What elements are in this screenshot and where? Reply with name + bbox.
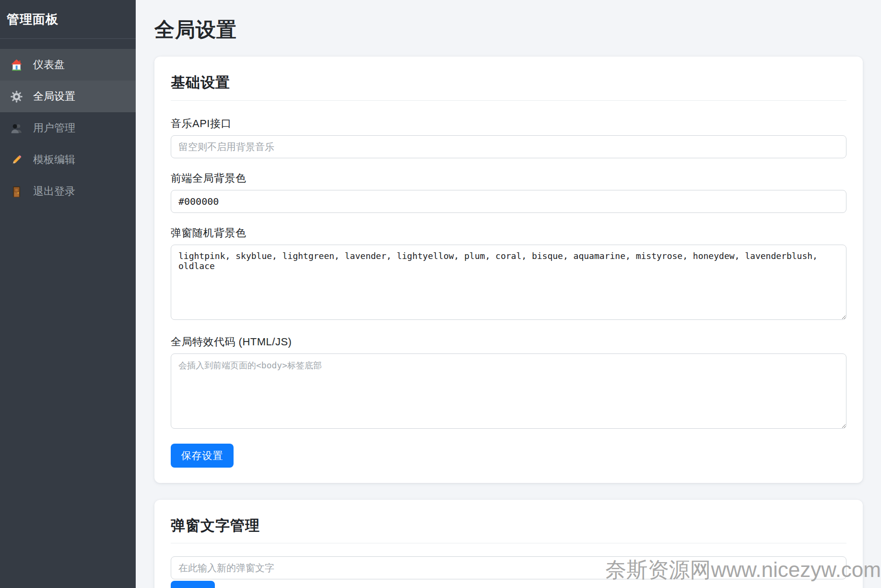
divider xyxy=(171,543,846,543)
users-icon xyxy=(10,122,23,135)
sidebar-item-label: 全局设置 xyxy=(33,89,75,104)
sidebar-item-label: 仪表盘 xyxy=(33,58,65,72)
save-row: 保存设置 xyxy=(171,444,846,468)
effects-code-textarea[interactable] xyxy=(171,353,846,429)
bg-color-group: 前端全局背景色 xyxy=(171,171,846,213)
sidebar-item-dashboard[interactable]: 仪表盘 xyxy=(0,49,136,81)
music-api-input[interactable] xyxy=(171,135,846,158)
music-api-group: 音乐API接口 xyxy=(171,117,846,158)
save-settings-button[interactable]: 保存设置 xyxy=(171,444,234,468)
sidebar-item-label: 用户管理 xyxy=(33,121,75,135)
app-title: 管理面板 xyxy=(7,11,59,28)
sidebar-item-global-settings[interactable]: 全局设置 xyxy=(0,81,136,112)
sidebar-header: 管理面板 xyxy=(0,0,136,39)
music-api-label: 音乐API接口 xyxy=(171,117,846,131)
sidebar-item-template-edit[interactable]: 模板编辑 xyxy=(0,144,136,176)
gear-icon xyxy=(10,90,23,103)
home-icon xyxy=(10,59,23,71)
effects-code-group: 全局特效代码 (HTML/JS) xyxy=(171,335,846,431)
basic-settings-title: 基础设置 xyxy=(171,73,846,93)
popup-colors-textarea[interactable]: lightpink, skyblue, lightgreen, lavender… xyxy=(171,245,846,320)
door-icon xyxy=(10,185,23,198)
add-button[interactable]: 添加 xyxy=(171,581,215,588)
sidebar-item-label: 模板编辑 xyxy=(33,153,75,167)
pencil-icon xyxy=(10,153,23,166)
main-content: 全局设置 基础设置 音乐API接口 前端全局背景色 弹窗随机背景色 lightp… xyxy=(136,0,881,588)
sidebar-item-label: 退出登录 xyxy=(33,184,75,199)
bg-color-label: 前端全局背景色 xyxy=(171,171,846,186)
sidebar-nav: 仪表盘 xyxy=(0,39,136,207)
page-title: 全局设置 xyxy=(154,16,863,43)
popup-colors-group: 弹窗随机背景色 lightpink, skyblue, lightgreen, … xyxy=(171,226,846,322)
basic-settings-card: 基础设置 音乐API接口 前端全局背景色 弹窗随机背景色 lightpink, … xyxy=(154,57,863,483)
popup-text-input[interactable] xyxy=(171,556,846,579)
popup-colors-label: 弹窗随机背景色 xyxy=(171,226,846,240)
popup-text-card: 弹窗文字管理 添加 xyxy=(154,500,863,588)
sidebar-item-logout[interactable]: 退出登录 xyxy=(0,176,136,207)
bg-color-input[interactable] xyxy=(171,190,846,213)
sidebar-item-users[interactable]: 用户管理 xyxy=(0,112,136,144)
popup-text-title: 弹窗文字管理 xyxy=(171,516,846,536)
divider xyxy=(171,100,846,101)
sidebar: 管理面板 仪表盘 xyxy=(0,0,136,588)
effects-code-label: 全局特效代码 (HTML/JS) xyxy=(171,335,846,349)
